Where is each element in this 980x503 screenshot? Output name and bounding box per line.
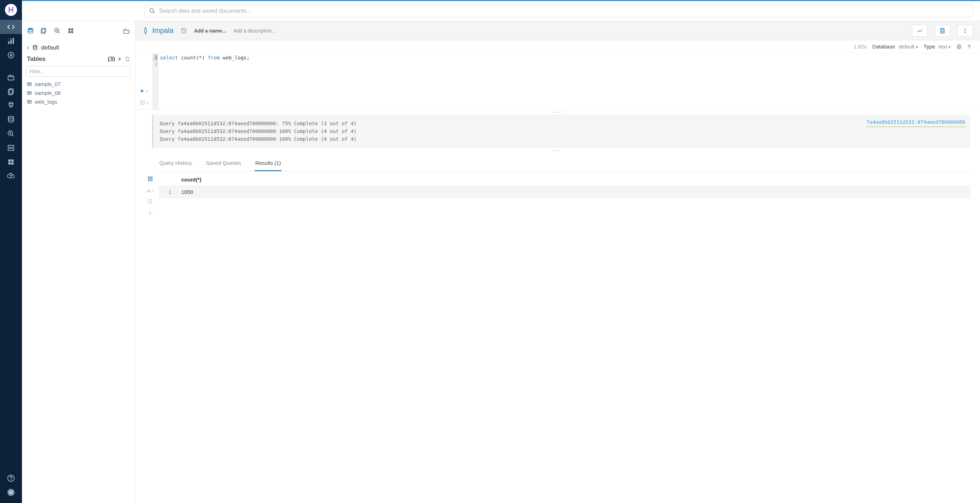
view-chart-button[interactable]: ▾ (146, 188, 154, 193)
nav-cubes[interactable] (0, 98, 22, 113)
svg-rect-34 (68, 31, 70, 33)
view-grid-button[interactable] (147, 176, 153, 182)
nav-database[interactable] (0, 113, 22, 127)
table-item[interactable]: web_logs (26, 97, 130, 106)
log-line: Query fa4aa8b02511d532:874aeed700000000 … (160, 135, 964, 143)
global-search[interactable] (145, 5, 973, 17)
table-name: web_logs (35, 99, 57, 105)
svg-rect-13 (8, 149, 14, 151)
row-number: 1 (159, 186, 176, 198)
add-name-button[interactable]: Add a name... (194, 28, 226, 33)
type-select[interactable]: text (939, 43, 951, 49)
svg-point-3 (8, 52, 14, 59)
left-nav: W (0, 0, 22, 503)
sources-db-icon[interactable] (27, 27, 34, 34)
query-id-link[interactable]: fa4aa8b02511d532:874aeed700000000 (867, 118, 965, 127)
elapsed-time: 1.62s (854, 43, 867, 49)
search-icon (149, 8, 156, 14)
svg-point-56 (965, 32, 966, 33)
add-table-icon[interactable] (117, 57, 122, 62)
explain-button[interactable]: ▾ (140, 100, 148, 105)
svg-rect-52 (942, 28, 943, 30)
clipboard-icon (7, 87, 15, 95)
sources-docs-icon[interactable] (123, 27, 130, 34)
svg-point-22 (150, 8, 154, 13)
table-icon (27, 99, 32, 104)
svg-rect-63 (150, 176, 151, 178)
more-button[interactable] (957, 25, 973, 37)
svg-rect-32 (68, 28, 70, 30)
sources-apps-icon[interactable] (67, 27, 74, 34)
chevron-down-icon: ▾ (146, 101, 148, 105)
nav-editor[interactable] (0, 20, 22, 34)
tab-saved-queries[interactable]: Saved Queries (205, 156, 242, 171)
table-name: sample_08 (35, 90, 60, 96)
table-item[interactable]: sample_08 (26, 89, 130, 97)
settings-icon[interactable] (956, 44, 962, 49)
sources-search-icon[interactable] (54, 27, 61, 34)
nav-help[interactable] (0, 471, 22, 485)
nav-clipboard[interactable] (0, 84, 22, 98)
search-plus-icon (7, 130, 15, 138)
editor-area: Impala Add a name... Add a description..… (135, 21, 980, 503)
linechart-icon (916, 28, 923, 34)
column-header[interactable]: count(*) (176, 174, 970, 186)
app-logo[interactable] (0, 0, 22, 20)
chart-button[interactable] (912, 25, 928, 37)
database-select[interactable]: default (899, 43, 918, 49)
save-button[interactable] (935, 25, 950, 37)
user-avatar-icon: W (7, 489, 15, 496)
svg-line-23 (153, 12, 154, 13)
add-description-button[interactable]: Add a description... (233, 28, 276, 33)
history-icon[interactable] (181, 28, 187, 34)
engine-name[interactable]: Impala (152, 27, 173, 35)
nav-search-data[interactable] (0, 127, 22, 141)
svg-rect-66 (150, 178, 151, 179)
tab-query-history[interactable]: Query History (159, 156, 192, 171)
svg-point-25 (28, 30, 33, 32)
svg-rect-12 (8, 145, 14, 148)
breadcrumb-db-name[interactable]: default (41, 44, 59, 51)
svg-rect-44 (28, 91, 32, 94)
svg-rect-14 (8, 160, 11, 162)
code-icon (7, 23, 15, 31)
table-row[interactable]: 1 1000 (159, 186, 970, 198)
help-circle-icon (7, 474, 15, 482)
more-vertical-icon (962, 28, 968, 34)
code-editor[interactable]: 12 select count(*) from web_logs; (152, 53, 980, 109)
table-item[interactable]: sample_07 (26, 79, 130, 89)
run-button[interactable]: ▾ (140, 89, 148, 94)
resize-handle[interactable]: •••• (135, 148, 980, 153)
download-icon (148, 211, 153, 216)
breadcrumb-back[interactable]: ‹ (27, 44, 29, 51)
svg-rect-69 (150, 180, 151, 181)
svg-rect-73 (150, 190, 150, 192)
help-icon[interactable]: ? (967, 43, 971, 49)
svg-rect-53 (942, 31, 943, 33)
code-text: ; (247, 55, 250, 60)
resize-handle[interactable]: •••• (135, 109, 980, 114)
tables-filter-input[interactable] (26, 66, 130, 77)
nav-user[interactable]: W (0, 485, 22, 500)
nav-dashboard[interactable] (0, 34, 22, 48)
svg-line-29 (59, 32, 60, 33)
log-line: Query fa4aa8b02511d532:874aeed700000000 … (160, 127, 964, 135)
barchart-icon (146, 188, 151, 193)
sources-files-icon[interactable] (40, 27, 48, 34)
search-input[interactable] (159, 8, 968, 14)
nav-server[interactable] (0, 141, 22, 155)
nav-disc[interactable] (0, 48, 22, 62)
svg-rect-15 (11, 160, 13, 162)
nav-cloud-upload[interactable] (0, 169, 22, 183)
refresh-tables-icon[interactable] (125, 57, 130, 62)
assist-panel: ‹ default Tables (3) (22, 21, 135, 503)
tables-count: (3) (108, 56, 115, 63)
view-book-button[interactable] (148, 199, 153, 205)
play-icon (140, 89, 145, 94)
nav-apps[interactable] (0, 155, 22, 169)
nav-files[interactable] (0, 70, 22, 84)
download-results-button[interactable] (148, 211, 153, 216)
svg-point-19 (11, 480, 11, 480)
topbar (22, 1, 980, 21)
tab-results[interactable]: Results (1) (255, 156, 282, 171)
